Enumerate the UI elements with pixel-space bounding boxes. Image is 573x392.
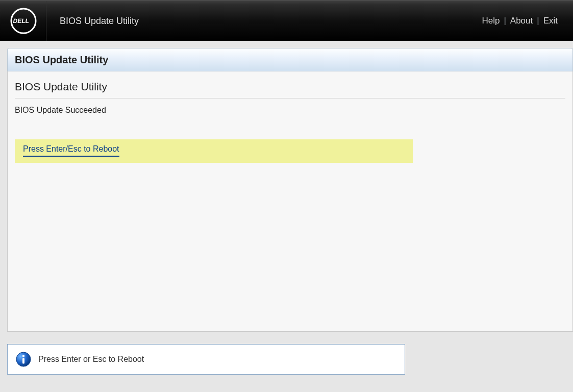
status-text: BIOS Update Succeeded <box>15 106 565 115</box>
panel-body: BIOS Update Utility BIOS Update Succeede… <box>7 71 573 332</box>
dell-logo-icon: DELL <box>10 8 37 34</box>
svg-point-3 <box>22 355 24 357</box>
svg-text:DELL: DELL <box>13 17 30 24</box>
footer-message: Press Enter or Esc to Reboot <box>38 355 144 364</box>
page-content: BIOS Update Utility BIOS Update Utility … <box>0 41 573 375</box>
info-icon <box>16 352 31 367</box>
exit-link[interactable]: Exit <box>543 16 558 26</box>
logo-container: DELL <box>10 1 46 41</box>
action-bar: Press Enter/Esc to Reboot <box>15 139 413 163</box>
section-title: BIOS Update Utility <box>15 81 565 99</box>
top-bar: DELL BIOS Update Utility Help | About | … <box>0 0 573 41</box>
help-link[interactable]: Help <box>482 16 500 26</box>
link-separator: | <box>537 16 539 26</box>
panel-title: BIOS Update Utility <box>15 54 108 66</box>
footer-message-box: Press Enter or Esc to Reboot <box>7 344 405 375</box>
app-title: BIOS Update Utility <box>60 16 482 27</box>
svg-rect-4 <box>22 358 24 364</box>
about-link[interactable]: About <box>510 16 533 26</box>
panel-header: BIOS Update Utility <box>7 48 573 71</box>
top-links: Help | About | Exit <box>482 16 558 26</box>
link-separator: | <box>504 16 506 26</box>
reboot-action[interactable]: Press Enter/Esc to Reboot <box>23 144 119 157</box>
